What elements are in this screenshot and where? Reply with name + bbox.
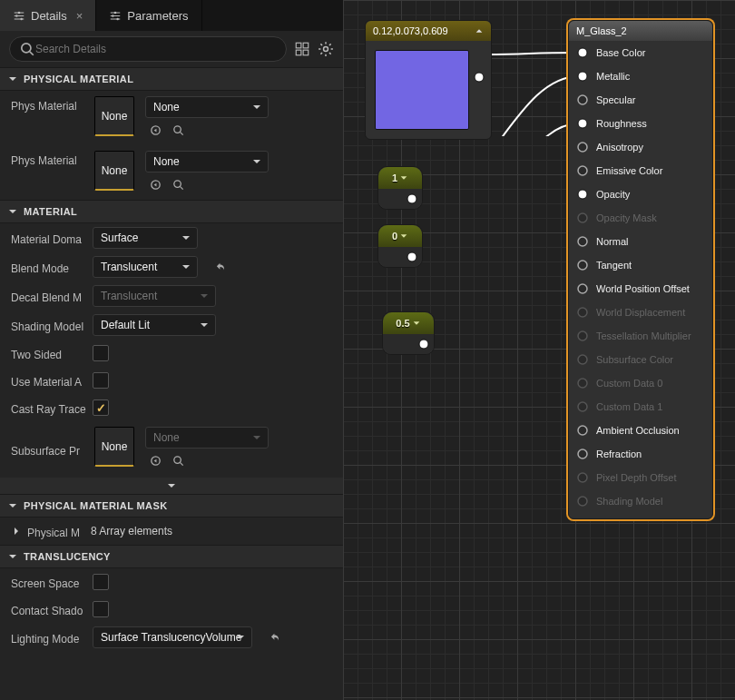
material-input-pin[interactable]: World Position Offset: [569, 277, 712, 301]
svg-point-40: [578, 379, 587, 388]
browse-icon[interactable]: [172, 178, 185, 192]
material-input-pin[interactable]: Ambient Occlusion: [569, 419, 712, 442]
input-pin-icon: [576, 353, 589, 366]
chevron-up-icon[interactable]: [475, 26, 484, 35]
material-input-pin[interactable]: Specular: [569, 88, 712, 112]
svg-point-35: [578, 261, 587, 270]
asset-thumbnail[interactable]: None: [94, 96, 134, 136]
gear-icon[interactable]: [318, 41, 334, 57]
svg-point-31: [578, 166, 587, 175]
chevron-right-icon[interactable]: [11, 526, 22, 537]
svg-point-43: [578, 449, 587, 458]
svg-point-12: [324, 47, 328, 52]
svg-point-25: [419, 340, 428, 349]
chevron-down-icon[interactable]: [412, 319, 421, 328]
output-pin[interactable]: [406, 192, 418, 205]
expand-advanced-button[interactable]: [0, 478, 343, 494]
reset-icon[interactable]: [216, 261, 229, 273]
asset-thumbnail[interactable]: None: [94, 151, 134, 191]
browse-icon[interactable]: [172, 454, 185, 468]
tab-parameters[interactable]: Parameters: [96, 0, 201, 31]
svg-line-7: [30, 52, 34, 55]
row-subsurface-profile: Subsurface Pr None None: [0, 421, 343, 476]
blend-mode-dropdown[interactable]: Translucent: [93, 256, 198, 278]
array-count: 8 Array elements: [91, 525, 172, 537]
grid-icon[interactable]: [294, 41, 310, 57]
asset-thumbnail[interactable]: None: [94, 427, 134, 467]
row-decal-blend: Decal Blend M Translucent: [0, 281, 343, 311]
asset-picker[interactable]: None: [145, 151, 269, 173]
svg-point-3: [114, 12, 117, 15]
svg-point-34: [578, 237, 587, 246]
use-selected-icon[interactable]: [149, 123, 162, 137]
material-graph[interactable]: 0.12,0.073,0.609 1 0 0.5 M_Glass_2 Base …: [343, 0, 735, 700]
screen-space-checkbox[interactable]: [93, 574, 109, 590]
sliders-icon: [109, 9, 122, 22]
svg-rect-8: [296, 43, 301, 48]
search-input[interactable]: [35, 43, 277, 55]
lighting-mode-dropdown[interactable]: Surface TranslucencyVolume: [93, 626, 252, 648]
material-input-pin[interactable]: Emissive Color: [569, 159, 712, 182]
node-constant-vector[interactable]: 0.12,0.073,0.609: [365, 20, 492, 140]
use-material-attributes-checkbox[interactable]: [93, 372, 109, 389]
input-pin-icon: [576, 70, 589, 83]
output-pin[interactable]: [417, 338, 430, 350]
asset-picker[interactable]: None: [145, 96, 269, 118]
material-domain-dropdown[interactable]: Surface: [93, 227, 198, 249]
row-phys-material: Phys Material None None: [0, 145, 343, 200]
svg-point-28: [578, 95, 587, 104]
chevron-down-icon: [199, 291, 210, 301]
input-pin-icon: [576, 46, 589, 59]
svg-point-1: [15, 15, 18, 17]
node-material-output[interactable]: M_Glass_2 Base ColorMetallicSpecularRoug…: [568, 20, 713, 519]
node-scalar-constant[interactable]: 0.5: [382, 311, 435, 355]
svg-point-27: [578, 72, 587, 81]
browse-icon[interactable]: [172, 123, 185, 137]
chevron-down-icon: [7, 206, 18, 217]
use-selected-icon[interactable]: [149, 178, 162, 192]
section-physical-material-mask[interactable]: PHYSICAL MATERIAL MASK: [0, 494, 343, 518]
row-physical-material-mask: Physical M 8 Array elements: [0, 518, 343, 545]
two-sided-checkbox[interactable]: [93, 345, 109, 361]
section-physical-material[interactable]: PHYSICAL MATERIAL: [0, 67, 343, 91]
row-cast-ray-trace: Cast Ray Trace: [0, 394, 343, 421]
reset-icon[interactable]: [270, 631, 283, 644]
input-pin-icon: [576, 306, 589, 319]
chevron-down-icon[interactable]: [399, 173, 408, 182]
output-pin[interactable]: [473, 71, 485, 84]
svg-point-36: [578, 284, 587, 293]
material-input-pin[interactable]: Base Color: [569, 41, 712, 64]
subsurface-asset-picker[interactable]: None: [145, 427, 269, 449]
search-input-wrap[interactable]: [9, 36, 287, 62]
tab-details[interactable]: Details ×: [0, 0, 96, 31]
material-input-pin: Shading Model: [569, 489, 712, 513]
material-input-pin: Opacity Mask: [569, 206, 712, 230]
details-scroll[interactable]: PHYSICAL MATERIAL Phys Material None Non…: [0, 67, 343, 700]
node-scalar-constant[interactable]: 0: [377, 224, 423, 268]
material-input-pin[interactable]: Tangent: [569, 253, 712, 277]
color-swatch[interactable]: [375, 50, 469, 130]
material-input-pin[interactable]: Metallic: [569, 64, 712, 88]
material-input-pin[interactable]: Anisotropy: [569, 135, 712, 159]
chevron-down-icon[interactable]: [399, 232, 408, 241]
output-pin[interactable]: [406, 251, 418, 263]
contact-shadow-checkbox[interactable]: [93, 601, 109, 617]
input-pin-icon: [576, 164, 589, 177]
svg-point-26: [578, 48, 587, 57]
section-translucency[interactable]: TRANSLUCENCY: [0, 545, 343, 568]
material-input-pin[interactable]: Opacity: [569, 182, 712, 206]
close-icon[interactable]: ×: [76, 9, 83, 23]
use-selected-icon[interactable]: [149, 454, 162, 468]
input-pin-icon: [576, 330, 589, 342]
material-input-pin[interactable]: Roughness: [569, 112, 712, 135]
shading-model-dropdown[interactable]: Default Lit: [93, 314, 216, 336]
material-input-pin[interactable]: Refraction: [569, 442, 712, 466]
cast-ray-trace-checkbox[interactable]: [93, 399, 109, 416]
material-input-pin[interactable]: Normal: [569, 230, 712, 253]
svg-point-14: [174, 126, 181, 133]
input-pin-icon: [576, 212, 589, 224]
section-material[interactable]: MATERIAL: [0, 200, 343, 223]
node-scalar-constant[interactable]: 1: [377, 166, 423, 210]
input-pin-icon: [576, 400, 589, 413]
material-input-pin: Pixel Depth Offset: [569, 466, 712, 489]
